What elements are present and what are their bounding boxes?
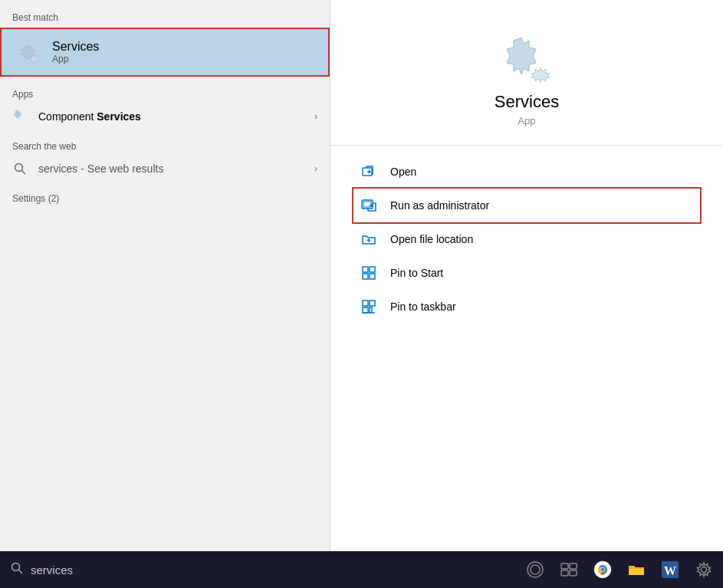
svg-rect-9 — [363, 202, 371, 207]
svg-rect-24 — [561, 563, 568, 569]
services-icon-large — [496, 31, 557, 92]
left-panel: Best match — [0, 0, 330, 551]
svg-point-3 — [15, 164, 23, 172]
web-section: Search the web services - See web result… — [0, 136, 330, 182]
svg-point-23 — [531, 565, 540, 574]
web-search-item[interactable]: services - See web results › — [0, 155, 330, 182]
action-list: Open Run as administrator — [330, 155, 723, 324]
open-file-location-icon — [360, 230, 378, 248]
pin-to-taskbar-icon — [360, 297, 378, 316]
right-panel-divider — [330, 145, 723, 146]
services-icon-small — [12, 37, 43, 67]
taskbar-icons: W — [330, 558, 723, 581]
action-pin-to-taskbar[interactable]: Pin to taskbar — [353, 290, 700, 324]
svg-text:W: W — [664, 564, 676, 577]
action-open-label: Open — [390, 166, 416, 178]
action-open[interactable]: Open — [353, 155, 700, 189]
taskbar-search-text: services — [31, 563, 73, 577]
component-services-item[interactable]: Component Services › — [0, 103, 330, 130]
web-suffix: - See web results — [77, 163, 163, 175]
apps-label: Apps — [0, 84, 330, 103]
settings-section: Settings (2) — [0, 189, 330, 207]
action-pin-to-start-label: Pin to Start — [390, 267, 443, 279]
svg-point-34 — [702, 567, 707, 573]
web-search-text: services - See web results — [38, 163, 314, 175]
svg-rect-14 — [370, 274, 375, 279]
open-icon — [360, 163, 378, 181]
file-explorer-icon[interactable] — [625, 558, 648, 581]
best-match-subtitle: App — [52, 54, 99, 64]
best-match-item[interactable]: Services App — [0, 28, 330, 77]
taskbar-search-icon — [11, 562, 23, 577]
svg-rect-17 — [363, 307, 368, 313]
app-detail-title: Services — [495, 92, 559, 112]
best-match-label: Best match — [0, 8, 330, 26]
svg-rect-18 — [370, 307, 372, 313]
taskbar: services — [0, 551, 723, 588]
svg-line-21 — [19, 570, 23, 574]
component-services-name: Component Services — [38, 110, 314, 123]
settings-label: Settings (2) — [0, 189, 330, 207]
app-detail-subtitle: App — [518, 115, 535, 126]
action-open-file-location-label: Open file location — [390, 233, 473, 245]
taskbar-search-area[interactable]: services — [0, 551, 330, 588]
svg-rect-15 — [363, 301, 368, 306]
right-panel: Services App Open — [330, 0, 723, 551]
web-label: Search the web — [0, 136, 330, 155]
svg-line-4 — [22, 171, 26, 175]
component-services-icon — [12, 109, 28, 124]
action-run-as-admin[interactable]: Run as administrator — [353, 189, 700, 222]
action-pin-to-taskbar-label: Pin to taskbar — [390, 301, 456, 313]
svg-rect-31 — [629, 569, 644, 575]
chrome-icon[interactable] — [591, 558, 614, 581]
component-services-chevron: › — [314, 111, 317, 122]
cortana-icon[interactable] — [524, 558, 547, 581]
settings-icon[interactable] — [692, 558, 715, 581]
task-view-icon[interactable] — [557, 558, 580, 581]
word-icon[interactable]: W — [659, 558, 682, 581]
svg-rect-26 — [561, 570, 568, 576]
search-area: Best match — [0, 0, 723, 551]
svg-rect-16 — [370, 301, 375, 306]
main-container: Best match — [0, 0, 723, 588]
svg-rect-27 — [570, 570, 577, 576]
action-pin-to-start[interactable]: Pin to Start — [353, 256, 700, 290]
svg-rect-25 — [570, 563, 577, 569]
best-match-text: Services App — [52, 40, 99, 64]
web-search-chevron: › — [314, 163, 317, 174]
svg-rect-13 — [363, 274, 368, 279]
svg-point-22 — [527, 562, 543, 577]
action-open-file-location[interactable]: Open file location — [353, 222, 700, 256]
run-as-admin-icon — [360, 196, 378, 215]
svg-point-20 — [12, 563, 20, 571]
svg-rect-11 — [363, 267, 368, 272]
web-query: services — [38, 163, 77, 175]
best-match-title: Services — [52, 40, 99, 54]
action-run-as-admin-label: Run as administrator — [390, 199, 489, 212]
svg-point-30 — [601, 568, 605, 572]
svg-rect-12 — [370, 267, 375, 272]
web-search-icon — [12, 161, 28, 176]
pin-to-start-icon — [360, 264, 378, 282]
apps-section: Apps Component Services › — [0, 84, 330, 130]
